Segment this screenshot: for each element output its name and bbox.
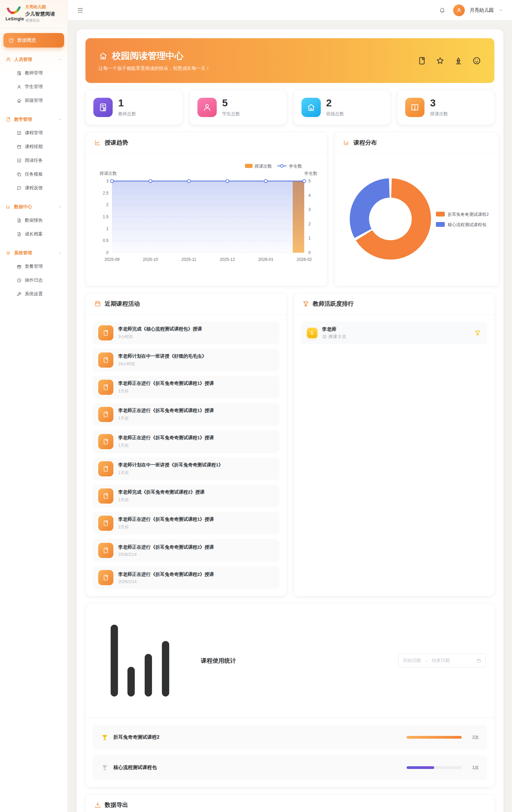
chevron-up-icon bbox=[58, 117, 62, 122]
sidebar-item-label: 课程排期 bbox=[25, 144, 43, 150]
bar-chart-icon bbox=[343, 139, 350, 146]
trophy-icon bbox=[101, 764, 109, 771]
activity-icon bbox=[98, 543, 113, 558]
sidebar-item[interactable]: 操作日志 bbox=[3, 273, 64, 287]
activity-item[interactable]: 李老师正在进行《折耳兔奇奇测试课程1》授课1天前 bbox=[93, 430, 279, 453]
brand-line3: 管理后台 bbox=[25, 18, 55, 23]
activity-item[interactable]: 李老师完成《核心流程测试课程包》授课3小时前 bbox=[93, 321, 279, 344]
home-icon bbox=[17, 98, 22, 103]
svg-text:2: 2 bbox=[106, 202, 109, 207]
stat-icon bbox=[197, 98, 217, 117]
sidebar-item[interactable]: 成长档案 bbox=[3, 227, 64, 241]
trend-chart-card: 授课趋势 32.521.510.505432102025-092025-1020… bbox=[85, 132, 327, 286]
data-export-card: 数据导出 授课记录导出所有授课记录数据教师绩效导出教师绩效统计数据学生统计导出学… bbox=[85, 794, 494, 812]
stat-label: 教师总数 bbox=[118, 111, 136, 117]
bar-chart-icon bbox=[6, 204, 11, 210]
check-square-icon bbox=[17, 158, 22, 163]
welcome-banner: 校园阅读管理中心 让每一个孩子都能享受阅读的快乐，智慧成长每一天！ bbox=[85, 38, 494, 83]
activity-text: 李老师正在进行《折耳兔奇奇测试课程2》授课 bbox=[118, 571, 214, 578]
teacher-meta: 授课 3 次 bbox=[322, 334, 346, 340]
date-range-picker[interactable]: 开始日期 → 结束日期 bbox=[398, 654, 486, 667]
activity-time: 18小时前 bbox=[118, 361, 207, 367]
trend-chart: 32.521.510.505432102025-092025-102025-11… bbox=[86, 154, 327, 282]
distribution-chart-card: 课程分布 折耳兔奇奇测试课程2核心流程测试课程包 bbox=[334, 132, 499, 286]
svg-text:0: 0 bbox=[106, 250, 109, 255]
activity-text: 李老师正在进行《折耳兔奇奇测试课程1》授课 bbox=[118, 435, 214, 441]
sidebar-item-overview[interactable]: 数据概览 bbox=[3, 33, 64, 48]
person-icon bbox=[202, 103, 212, 112]
book-icon bbox=[102, 357, 109, 363]
activity-text: 李老师完成《核心流程测试课程包》授课 bbox=[118, 326, 202, 332]
bell-icon[interactable] bbox=[439, 7, 446, 13]
svg-text:0: 0 bbox=[308, 250, 311, 255]
card-title: 课程分布 bbox=[354, 139, 377, 147]
banner-subtitle: 让每一个孩子都能享受阅读的快乐，智慧成长每一天！ bbox=[99, 65, 210, 72]
activity-item[interactable]: 李老师正在进行《折耳兔奇奇测试课程1》授课2天前 bbox=[93, 512, 279, 535]
teacher-ranking-card: 教师活跃度排行 1李老师授课 3 次 bbox=[294, 293, 495, 596]
activity-item[interactable]: 李老师计划在中一班讲授《折耳兔奇奇测试课程1》1天前 bbox=[93, 457, 279, 480]
lesingle-logo: LeSingle bbox=[6, 6, 22, 21]
sidebar-section-head[interactable]: 系统管理 bbox=[3, 246, 64, 260]
sidebar-item[interactable]: 课程反馈 bbox=[3, 181, 64, 195]
sidebar-item-label: 课程反馈 bbox=[25, 185, 43, 191]
usage-row: 折耳兔奇奇测试课程22次 bbox=[93, 725, 487, 750]
sidebar-item[interactable]: 课程排期 bbox=[3, 140, 64, 154]
activity-icon bbox=[98, 488, 113, 504]
recent-activity-card: 近期课程活动 李老师完成《核心流程测试课程包》授课3小时前李老师计划在中一班讲授… bbox=[85, 293, 287, 596]
wrench-icon bbox=[17, 292, 22, 297]
svg-text:2026-01: 2026-01 bbox=[258, 257, 273, 262]
gift-icon bbox=[17, 264, 22, 269]
activity-icon bbox=[98, 434, 113, 449]
sidebar-section-head[interactable]: 人员管理 bbox=[3, 53, 64, 66]
sidebar-item[interactable]: 数据报告 bbox=[3, 213, 64, 227]
svg-text:学生数: 学生数 bbox=[289, 164, 302, 169]
sidebar-item[interactable]: 课程管理 bbox=[3, 126, 64, 140]
sidebar-section-head[interactable]: 教学管理 bbox=[3, 113, 64, 126]
stat-label: 班级总数 bbox=[326, 111, 344, 117]
svg-text:2025-09: 2025-09 bbox=[104, 257, 120, 262]
book-icon bbox=[102, 438, 109, 445]
user-name[interactable]: 月亮幼儿园 bbox=[470, 7, 494, 13]
star-icon bbox=[436, 56, 445, 65]
sidebar-item[interactable]: 教师管理 bbox=[3, 66, 64, 80]
activity-item[interactable]: 李老师正在进行《折耳兔奇奇测试课程2》授课2026/2/14 bbox=[93, 539, 279, 562]
sidebar-item-label: 学生管理 bbox=[25, 84, 43, 90]
sidebar-item[interactable]: 任务模板 bbox=[3, 167, 64, 181]
sidebar-item[interactable]: 班级管理 bbox=[3, 94, 64, 107]
usage-count: 2次 bbox=[467, 735, 479, 740]
svg-text:1: 1 bbox=[106, 226, 109, 231]
dashboard-container: 校园阅读管理中心 让每一个孩子都能享受阅读的快乐，智慧成长每一天！ 1教师总数5… bbox=[76, 29, 503, 812]
activity-text: 李老师正在进行《折耳兔奇奇测试课程1》授课 bbox=[118, 380, 214, 387]
svg-text:2.5: 2.5 bbox=[103, 191, 109, 196]
sidebar-item[interactable]: 系统设置 bbox=[3, 287, 64, 301]
sidebar-item[interactable]: 阅读任务 bbox=[3, 154, 64, 167]
svg-text:3: 3 bbox=[308, 207, 311, 212]
sidebar-item[interactable]: 学生管理 bbox=[3, 80, 64, 94]
sidebar-item[interactable]: 套餐管理 bbox=[3, 260, 64, 273]
brand-line2: 少儿智慧阅读 bbox=[25, 11, 55, 17]
svg-text:学生数: 学生数 bbox=[305, 171, 318, 176]
card-title: 课程使用统计 bbox=[201, 657, 236, 665]
book-icon bbox=[6, 117, 11, 122]
activity-item[interactable]: 李老师完成《折耳兔奇奇测试课程2》授课1天前 bbox=[93, 485, 279, 507]
comment-icon bbox=[17, 186, 22, 191]
usage-count: 1次 bbox=[467, 765, 479, 771]
activity-item[interactable]: 李老师正在进行《折耳兔奇奇测试课程1》授课1天前 bbox=[93, 403, 279, 426]
book-icon bbox=[102, 520, 109, 527]
collapse-sidebar-icon[interactable] bbox=[77, 7, 84, 14]
activity-item[interactable]: 李老师正在进行《折耳兔奇奇测试课程2》授课2026/2/14 bbox=[93, 566, 279, 589]
activity-item[interactable]: 李老师正在进行《折耳兔奇奇测试课程1》授课1天前 bbox=[93, 376, 279, 399]
card-title: 数据导出 bbox=[105, 801, 128, 809]
avatar[interactable] bbox=[453, 4, 465, 16]
activity-text: 李老师计划在中一班讲授《折耳兔奇奇测试课程1》 bbox=[118, 462, 223, 468]
id-card-icon bbox=[17, 71, 22, 76]
sidebar-item-label: 阅读任务 bbox=[25, 157, 43, 164]
book-icon bbox=[102, 329, 109, 336]
activity-item[interactable]: 李老师计划在中一班讲授《好饿的毛毛虫》18小时前 bbox=[93, 349, 279, 371]
person-icon bbox=[456, 7, 462, 13]
activity-text: 李老师计划在中一班讲授《好饿的毛毛虫》 bbox=[118, 353, 207, 359]
course-name: 核心流程测试课程包 bbox=[113, 764, 157, 771]
chevron-down-icon[interactable] bbox=[499, 8, 503, 12]
sidebar-section-head[interactable]: 数据中心 bbox=[3, 200, 64, 213]
ranking-item[interactable]: 1李老师授课 3 次 bbox=[301, 321, 488, 344]
